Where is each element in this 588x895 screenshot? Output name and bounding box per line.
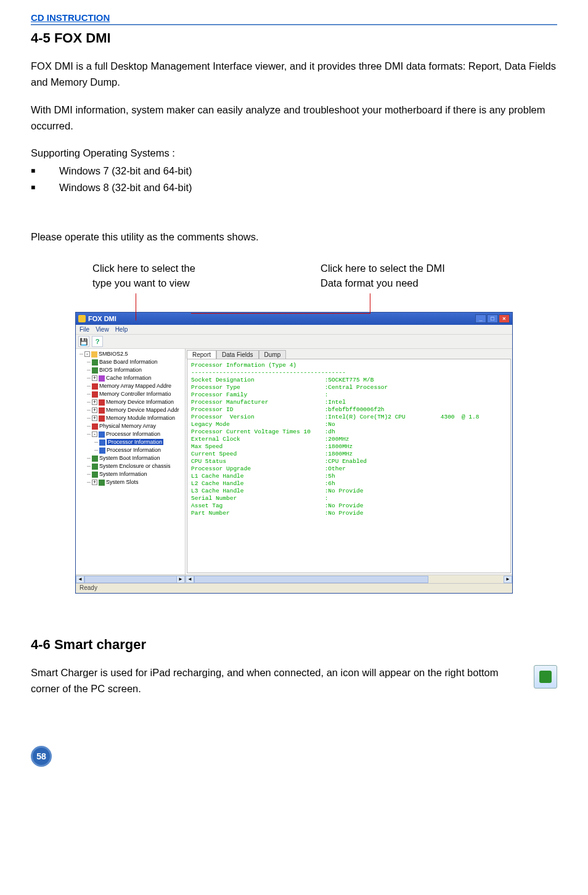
supporting-label: Supporting Operating Systems : [31, 147, 557, 159]
collapse-icon[interactable]: - [92, 431, 97, 437]
report-scrollbar[interactable]: ◄ ► [186, 574, 512, 583]
expand-icon[interactable]: + [92, 375, 97, 381]
expand-icon[interactable]: + [92, 399, 97, 405]
cpu-icon [99, 448, 105, 454]
menubar: File View Help [76, 325, 512, 334]
os-list: Windows 7 (32-bit and 64-bit) Windows 8 … [31, 163, 557, 195]
report-text: Processor Information (Type 4) ---------… [187, 359, 511, 573]
tree-item[interactable]: +Memory Device Mapped Addr [92, 406, 185, 414]
menu-file[interactable]: File [80, 326, 89, 333]
tree-item[interactable]: -Processor Information Processor Informa… [92, 430, 185, 454]
scroll-thumb[interactable] [84, 576, 177, 583]
scroll-left-icon[interactable]: ◄ [186, 576, 194, 583]
tree-item[interactable]: Physical Memory Array [92, 422, 185, 430]
callouts: Click here to select the type you want t… [31, 261, 557, 292]
tree-item[interactable]: BIOS Information [92, 366, 185, 374]
callout-lines [31, 295, 557, 313]
expand-icon[interactable]: + [92, 480, 97, 485]
tab-dump[interactable]: Dump [259, 350, 287, 359]
cpu-icon [99, 439, 105, 446]
window-title: FOX DMI [88, 315, 116, 322]
tab-report[interactable]: Report [187, 350, 216, 359]
callout-left: Click here to select the type you want t… [92, 261, 240, 292]
app-icon [78, 315, 86, 322]
tree-item[interactable]: Processor Information [99, 438, 185, 446]
menu-view[interactable]: View [96, 326, 109, 333]
toolbar [76, 334, 512, 349]
tree-panel[interactable]: -SMBIOS2.5 Base Board Information BIOS I… [76, 349, 186, 583]
callout-right: Click here to select the DMI Data format… [321, 261, 487, 292]
scroll-left-icon[interactable]: ◄ [76, 576, 84, 583]
section-title-fox-dmi: 4-5 FOX DMI [31, 30, 557, 46]
system-icon [92, 472, 98, 478]
tree-item[interactable]: +Cache Information [92, 374, 185, 382]
chip-icon [92, 367, 98, 374]
tree-item[interactable]: System Information [92, 470, 185, 478]
expand-icon[interactable]: + [92, 407, 97, 413]
collapse-icon[interactable]: - [84, 351, 90, 357]
tree-item[interactable]: Memory Controller Informatio [92, 390, 185, 398]
tree-item[interactable]: System Enclosure or chassis [92, 462, 185, 470]
memory-icon [92, 423, 98, 430]
tab-datafields[interactable]: Data Fields [216, 350, 259, 359]
maximize-button[interactable]: □ [487, 314, 498, 323]
enclosure-icon [92, 464, 98, 470]
menu-help[interactable]: Help [115, 326, 128, 333]
minimize-button[interactable]: _ [475, 314, 486, 323]
header-rule [31, 24, 557, 25]
cpu-icon [99, 431, 105, 438]
slots-icon [99, 480, 105, 486]
scroll-thumb[interactable] [194, 576, 428, 583]
folder-icon [91, 351, 97, 358]
boot-icon [92, 456, 98, 462]
close-button[interactable]: × [499, 314, 510, 323]
memory-icon [92, 383, 98, 390]
fox-dmi-window: FOX DMI _ □ × File View Help -SMBIOS2.5 [75, 312, 513, 594]
cache-icon [99, 375, 105, 382]
board-icon [92, 359, 98, 366]
page-number: 58 [31, 746, 52, 767]
section-title-smart-charger: 4-6 Smart charger [31, 637, 557, 653]
memory-icon [99, 407, 105, 414]
memory-icon [99, 415, 105, 422]
tree-scrollbar[interactable]: ◄ ► [76, 574, 185, 583]
paragraph: FOX DMI is a full Desktop Management Int… [31, 59, 557, 90]
titlebar: FOX DMI _ □ × [76, 313, 512, 325]
tree-item[interactable]: Processor Information [99, 446, 185, 454]
paragraph: Smart Charger is used for iPad rechargin… [31, 665, 523, 697]
tree-item[interactable]: Memory Array Mapped Addre [92, 382, 185, 390]
memory-icon [92, 391, 98, 398]
smart-charger-icon [534, 665, 557, 689]
tree-item[interactable]: System Boot Information [92, 454, 185, 462]
tree-item[interactable]: +System Slots [92, 478, 185, 486]
tree-item[interactable]: +Memory Module Information [92, 414, 185, 422]
memory-icon [99, 399, 105, 406]
tree-item[interactable]: +Memory Device Information [92, 398, 185, 406]
expand-icon[interactable]: + [92, 415, 97, 421]
help-icon[interactable] [92, 336, 103, 347]
section-header-link[interactable]: CD INSTRUCTION [31, 12, 110, 23]
tabs: Report Data Fields Dump [186, 349, 512, 359]
statusbar: Ready [76, 583, 512, 593]
scroll-right-icon[interactable]: ► [176, 576, 185, 583]
save-icon[interactable] [78, 336, 89, 347]
list-item: Windows 8 (32-bit and 64-bit) [31, 179, 557, 195]
tree-item[interactable]: Base Board Information [92, 358, 185, 366]
paragraph: With DMI information, system maker can e… [31, 102, 557, 134]
scroll-right-icon[interactable]: ► [504, 576, 512, 583]
paragraph: Please operate this utility as the comme… [31, 229, 557, 245]
list-item: Windows 7 (32-bit and 64-bit) [31, 163, 557, 179]
